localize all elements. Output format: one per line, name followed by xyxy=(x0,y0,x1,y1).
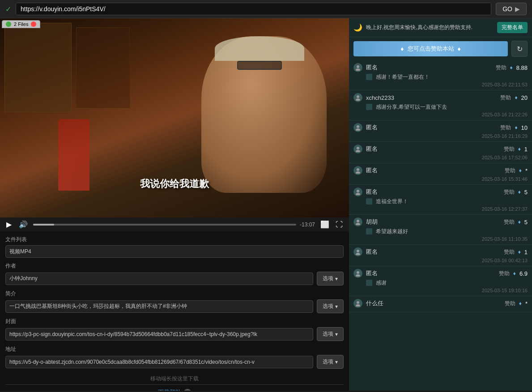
donor-diamond-icon: ♦ xyxy=(515,94,517,101)
notice-text: 晚上好,祝您周末愉快,真心感谢您的赞助支持. xyxy=(366,24,494,31)
donor-header: 匿名 赞助 ♦ * xyxy=(353,166,528,175)
video-controls: ▶ 🔊 -13:07 ⬜ ⛶ xyxy=(0,217,349,231)
svg-point-5 xyxy=(356,128,360,131)
donor-avatar xyxy=(353,145,362,153)
donor-diamond-icon: ♦ xyxy=(518,249,521,255)
progress-bar[interactable] xyxy=(33,224,296,226)
donor-header: xchch2233 赞助 ♦ 20 xyxy=(353,93,528,102)
notice-bar: 🌙 晚上好,祝您周末愉快,真心感谢您的赞助支持. 完整名单 xyxy=(349,18,532,37)
video-subtitle: 我说你给我道歉 xyxy=(140,177,209,191)
donor-message: 感谢分享,希望可以一直做下去 xyxy=(376,103,528,111)
svg-point-11 xyxy=(356,193,360,195)
progress-fill xyxy=(33,224,54,226)
donor-item: 匿名 赞助 ♦ 1 2025-03-16 17:52:06 xyxy=(349,142,532,163)
message-icon xyxy=(366,104,372,110)
svg-point-15 xyxy=(356,253,360,255)
diamond-right-icon: ♦ xyxy=(458,45,461,52)
donor-avatar xyxy=(353,63,362,72)
donor-date: 2025-03-16 17:52:06 xyxy=(366,155,528,160)
donor-diamond-icon: ♦ xyxy=(515,124,517,131)
donor-amount: 5 xyxy=(524,189,528,196)
donor-avatar xyxy=(353,187,362,196)
video-background: 2 Files 我说你给我道歉 xyxy=(0,18,349,217)
address-input[interactable] xyxy=(5,356,313,368)
author-input[interactable] xyxy=(5,273,313,285)
svg-point-16 xyxy=(357,271,359,274)
refresh-button[interactable]: ↻ xyxy=(511,41,528,57)
donor-diamond-icon: ♦ xyxy=(518,219,521,225)
mobile-link-text: 移动端长按这里下载 xyxy=(150,375,199,382)
donor-label: 赞助 xyxy=(500,124,511,132)
svg-point-2 xyxy=(357,95,359,98)
author-group: 作者 选项 ▾ xyxy=(5,262,344,285)
window-title: 2 Files xyxy=(14,21,28,27)
svg-point-13 xyxy=(356,223,360,225)
donor-amount: * xyxy=(525,167,528,174)
donor-message-row: 感谢 xyxy=(366,279,528,287)
cover-input[interactable] xyxy=(5,328,313,341)
donor-avatar xyxy=(353,247,362,256)
donor-message: 希望越来越好 xyxy=(376,228,528,235)
description-chevron-icon: ▾ xyxy=(335,303,338,310)
top-bar: ✓ GO ▶ xyxy=(0,0,532,18)
author-row: 选项 ▾ xyxy=(5,272,344,285)
check-icon: ✓ xyxy=(5,5,11,13)
cover-options-button[interactable]: 选项 ▾ xyxy=(317,327,344,341)
right-panel: 🌙 晚上好,祝您周末愉快,真心感谢您的赞助支持. 完整名单 ♦ 您可点击赞助本站… xyxy=(349,18,532,391)
description-input[interactable] xyxy=(5,300,313,313)
description-row: 选项 ▾ xyxy=(5,299,344,313)
full-list-button[interactable]: 完整名单 xyxy=(497,22,528,33)
svg-point-18 xyxy=(357,301,359,304)
donor-date: 2025-03-16 12:27:37 xyxy=(366,206,528,212)
download-help-link[interactable]: 下载帮助 xyxy=(158,388,181,391)
svg-point-12 xyxy=(357,220,359,222)
donor-header: 胡胡 赞助 ♦ 5 xyxy=(353,217,528,226)
donor-avatar xyxy=(353,166,362,175)
donor-date: 2025-03-16 21:16:29 xyxy=(366,133,528,139)
donor-name: 匿名 xyxy=(366,64,492,72)
file-list-group: 文件列表 视频MP4 xyxy=(5,236,344,258)
form-section: 文件列表 视频MP4 作者 选项 ▾ 简介 xyxy=(0,231,349,391)
support-label: 您可点击赞助本站 xyxy=(408,45,454,53)
fullscreen-button[interactable]: ⛶ xyxy=(334,221,345,229)
donor-label: 赞助 xyxy=(496,64,506,72)
file-list-select[interactable]: 视频MP4 xyxy=(5,245,344,258)
help-icon[interactable]: ? xyxy=(184,389,191,391)
donor-header: 匿名 赞助 ♦ 1 xyxy=(353,145,528,153)
description-options-button[interactable]: 选项 ▾ xyxy=(317,299,344,313)
donor-item: 匿名 赞助 ♦ * 2025-03-16 15:31:46 xyxy=(349,163,532,185)
donor-amount: 1 xyxy=(524,146,528,153)
url-input[interactable] xyxy=(16,3,491,15)
donor-name: 什么任 xyxy=(366,299,501,307)
go-button[interactable]: GO ▶ xyxy=(496,3,527,15)
donor-date: 2025-03-15 19:10:16 xyxy=(366,288,528,293)
file-list-label: 文件列表 xyxy=(5,236,344,243)
donor-amount: * xyxy=(525,300,528,307)
address-options-button[interactable]: 选项 ▾ xyxy=(317,355,344,369)
donor-label: 赞助 xyxy=(504,218,515,226)
donor-name: 匿名 xyxy=(366,166,501,175)
screenshot-button[interactable]: ⬜ xyxy=(319,220,331,229)
svg-point-1 xyxy=(356,68,360,71)
donor-item: 胡胡 赞助 ♦ 5 希望越来越好 2025-03-16 11:10:35 xyxy=(349,215,532,245)
diamond-left-icon: ♦ xyxy=(400,45,404,52)
main-layout: 2 Files 我说你给我道歉 ▶ 🔊 -13:07 ⬜ ⛶ xyxy=(0,18,532,391)
donor-item: xchch2233 赞助 ♦ 20 感谢分享,希望可以一直做下去 2025-03… xyxy=(349,90,532,120)
mobile-link: 移动端长按这里下载 xyxy=(5,373,344,384)
svg-point-3 xyxy=(356,98,360,101)
volume-button[interactable]: 🔊 xyxy=(17,220,30,229)
svg-point-6 xyxy=(357,147,359,149)
donor-avatar xyxy=(353,299,362,308)
author-options-label: 选项 xyxy=(323,275,333,282)
donor-item: 匿名 赞助 ♦ 8.88 感谢！希望一直都在！ 2025-03-16 22:11… xyxy=(349,60,532,90)
play-button[interactable]: ▶ xyxy=(4,220,13,229)
donor-diamond-icon: ♦ xyxy=(510,64,513,71)
cover-label: 封面 xyxy=(5,318,344,325)
time-display: -13:07 xyxy=(300,222,315,228)
support-button[interactable]: ♦ 您可点击赞助本站 ♦ xyxy=(353,41,508,56)
author-options-button[interactable]: 选项 ▾ xyxy=(317,272,344,285)
donor-header: 匿名 赞助 ♦ 6.9 xyxy=(353,269,528,278)
left-panel: 2 Files 我说你给我道歉 ▶ 🔊 -13:07 ⬜ ⛶ xyxy=(0,18,349,391)
donor-message-row: 造福全世界！ xyxy=(366,198,528,205)
donor-amount: 1 xyxy=(524,249,528,256)
